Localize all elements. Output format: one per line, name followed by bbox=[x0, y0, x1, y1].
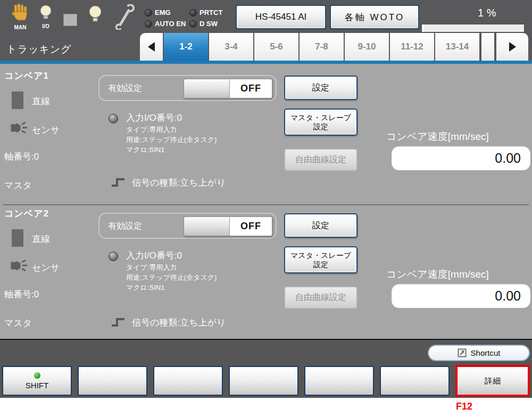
fkey-4[interactable] bbox=[229, 366, 298, 396]
signal-type-row[interactable]: 信号の種類:立ち上がり bbox=[111, 315, 233, 329]
input-io-number: 入力I/O番号:0 bbox=[126, 112, 182, 124]
tab-11-12[interactable]: 11-12 bbox=[390, 33, 435, 61]
sensor-icon bbox=[10, 258, 29, 276]
enable-toggle[interactable]: OFF bbox=[184, 216, 272, 236]
settings-button[interactable]: 設定 bbox=[284, 76, 358, 100]
emg-indicator: EMG bbox=[145, 9, 171, 16]
tab-label: 5-6 bbox=[270, 41, 283, 52]
joint-mode-button[interactable]: 各軸 WOTO bbox=[330, 5, 419, 29]
master-slave-line1: マスタ・スレーブ bbox=[290, 113, 351, 122]
input-io-number: 入力I/O番号:0 bbox=[126, 249, 182, 262]
tab-5-6[interactable]: 5-6 bbox=[254, 33, 300, 61]
toggle-knob bbox=[184, 79, 230, 98]
conveyor-title: コンベア1 bbox=[4, 70, 49, 82]
tracking-content: コンベア1 直線 センサ 軸番号:0 マスタ 有効設定 bbox=[0, 64, 532, 339]
tab-label: 13-14 bbox=[446, 41, 469, 52]
free-curve-settings-button[interactable]: 自由曲線設定 bbox=[284, 148, 358, 171]
fkey-detail[interactable]: 詳細 bbox=[455, 365, 530, 397]
tab-9-10[interactable]: 9-10 bbox=[345, 33, 390, 61]
master-slave-settings-button[interactable]: マスタ・スレーブ 設定 bbox=[284, 109, 358, 136]
sensor-label: センサ bbox=[32, 262, 60, 274]
free-curve-label: 自由曲線設定 bbox=[295, 293, 346, 302]
speed-progress-fill bbox=[422, 24, 424, 32]
io-type: タイプ:専用入力 bbox=[126, 263, 177, 272]
fkey-2[interactable] bbox=[78, 366, 147, 396]
conveyor-2-panel: コンベア2 直線 センサ 軸番号:0 マスタ 有効設定 bbox=[0, 203, 532, 340]
fkey-shift[interactable]: SHIFT bbox=[2, 366, 72, 396]
sensor-label: センサ bbox=[32, 124, 60, 136]
conveyor-speed-label: コンベア速度[mm/sec] bbox=[386, 130, 489, 144]
fkey-5[interactable] bbox=[304, 366, 374, 396]
conveyor-speed-value: 0.00 bbox=[495, 151, 521, 166]
joint-mode-label: 各軸 WOTO bbox=[345, 11, 404, 23]
settings-button[interactable]: 設定 bbox=[284, 213, 358, 238]
tab-label: 1-2 bbox=[179, 41, 193, 52]
free-curve-settings-button[interactable]: 自由曲線設定 bbox=[284, 286, 358, 309]
tab-13-14[interactable]: 13-14 bbox=[435, 33, 480, 61]
enable-setting-label: 有効設定 bbox=[108, 221, 142, 232]
fkey-6[interactable] bbox=[380, 366, 450, 396]
io-label: I/O bbox=[42, 23, 49, 29]
master-slave-line1: マスタ・スレーブ bbox=[290, 251, 351, 260]
robot-type-button[interactable]: HS-45451 AI bbox=[236, 5, 326, 29]
free-curve-label: 自由曲線設定 bbox=[295, 155, 346, 164]
enable-setting-group: 有効設定 OFF bbox=[98, 75, 277, 101]
enable-toggle[interactable]: OFF bbox=[184, 79, 272, 98]
hand-icon bbox=[10, 3, 30, 24]
manual-mode-indicator: MAN bbox=[9, 3, 32, 30]
speed-percent-text: 1 % bbox=[478, 7, 496, 19]
tabs-scroll-left-button[interactable] bbox=[140, 33, 164, 61]
stop-square-icon bbox=[63, 14, 77, 26]
master-slave-line2: 設定 bbox=[313, 122, 328, 131]
chevron-left-icon bbox=[148, 42, 155, 52]
tab-partial bbox=[481, 33, 495, 61]
enable-setting-label: 有効設定 bbox=[108, 83, 142, 94]
straight-line-icon bbox=[12, 91, 23, 109]
signal-type-label: 信号の種類:立ち上がり bbox=[132, 316, 226, 329]
axis-number-label: 軸番号:0 bbox=[4, 288, 39, 301]
input-io-radio[interactable] bbox=[109, 114, 118, 123]
dsw-led-icon bbox=[189, 20, 197, 28]
conveyor-speed-field[interactable]: 0.00 bbox=[392, 284, 530, 308]
tab-3-4[interactable]: 3-4 bbox=[209, 33, 254, 61]
tab-1-2[interactable]: 1-2 bbox=[164, 33, 209, 61]
signal-type-row[interactable]: 信号の種類:立ち上がり bbox=[111, 176, 233, 189]
io-type: タイプ:専用入力 bbox=[126, 125, 177, 135]
shortcut-label: Shortcut bbox=[471, 348, 501, 357]
tab-label: 11-12 bbox=[401, 41, 423, 52]
rising-edge-icon bbox=[111, 317, 126, 328]
fkey-3[interactable] bbox=[153, 366, 223, 396]
line-type-label: 直線 bbox=[32, 233, 50, 245]
speed-progress-bar bbox=[421, 24, 525, 32]
toggle-state-label: OFF bbox=[230, 79, 272, 98]
io-macro: マクロ:SIN1 bbox=[126, 145, 164, 155]
master-slave-line2: 設定 bbox=[313, 260, 328, 269]
tab-label: 9-10 bbox=[358, 41, 376, 52]
page-title: トラッキング bbox=[6, 43, 72, 56]
title-bar: MAN I/O bbox=[0, 0, 532, 33]
prtct-label: PRTCT bbox=[200, 9, 222, 16]
sensor-icon bbox=[10, 120, 29, 138]
tabs-scroll-right-button[interactable] bbox=[496, 33, 528, 61]
shortcut-button[interactable]: Shortcut bbox=[428, 345, 530, 361]
fkey-label: SHIFT bbox=[26, 381, 48, 390]
tab-7-8[interactable]: 7-8 bbox=[300, 33, 345, 61]
line-type-label: 直線 bbox=[32, 95, 50, 107]
conveyor-speed-label: コンベア速度[mm/sec] bbox=[386, 268, 489, 281]
tab-label: 3-4 bbox=[225, 41, 238, 52]
shift-led-icon bbox=[34, 372, 40, 379]
toggle-state-label: OFF bbox=[230, 217, 272, 236]
rising-edge-icon bbox=[111, 177, 126, 188]
settings-button-label: 設定 bbox=[312, 83, 329, 93]
emg-led-icon bbox=[145, 9, 152, 16]
conveyor-speed-field[interactable]: 0.00 bbox=[392, 146, 530, 170]
man-label: MAN bbox=[14, 24, 27, 30]
input-io-radio[interactable] bbox=[109, 252, 118, 261]
conveyor-speed-value: 0.00 bbox=[495, 288, 521, 304]
master-slave-settings-button[interactable]: マスタ・スレーブ 設定 bbox=[284, 246, 358, 273]
master-label: マスタ bbox=[4, 179, 32, 191]
toggle-knob bbox=[184, 217, 230, 236]
wrench-icon bbox=[114, 4, 136, 32]
io-monitor-indicator: I/O bbox=[36, 4, 55, 29]
chevron-right-icon bbox=[509, 42, 516, 52]
